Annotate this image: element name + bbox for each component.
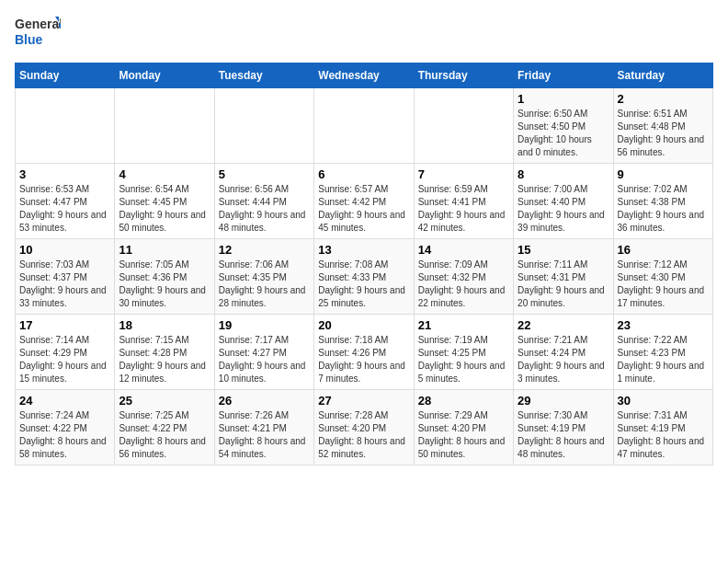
week-row-2: 3Sunrise: 6:53 AM Sunset: 4:47 PM Daylig…	[16, 164, 713, 239]
day-number: 19	[219, 318, 310, 332]
calendar-cell: 14Sunrise: 7:09 AM Sunset: 4:32 PM Dayli…	[414, 239, 513, 315]
day-info: Sunrise: 7:24 AM Sunset: 4:22 PM Dayligh…	[19, 409, 110, 461]
calendar-cell: 17Sunrise: 7:14 AM Sunset: 4:29 PM Dayli…	[16, 315, 115, 390]
day-number: 24	[19, 394, 110, 408]
day-number: 21	[418, 318, 509, 332]
day-info: Sunrise: 7:02 AM Sunset: 4:38 PM Dayligh…	[618, 183, 709, 235]
weekday-header-sunday: Sunday	[16, 63, 115, 88]
day-info: Sunrise: 7:06 AM Sunset: 4:35 PM Dayligh…	[219, 259, 310, 310]
calendar-cell	[314, 88, 414, 164]
weekday-header-thursday: Thursday	[414, 63, 513, 88]
day-number: 13	[318, 243, 409, 257]
day-info: Sunrise: 6:54 AM Sunset: 4:45 PM Dayligh…	[119, 183, 210, 235]
day-info: Sunrise: 7:21 AM Sunset: 4:24 PM Dayligh…	[518, 334, 609, 385]
day-number: 8	[518, 167, 609, 181]
day-info: Sunrise: 7:00 AM Sunset: 4:40 PM Dayligh…	[518, 183, 609, 235]
day-info: Sunrise: 6:56 AM Sunset: 4:44 PM Dayligh…	[219, 183, 310, 235]
calendar-cell	[214, 88, 313, 164]
day-info: Sunrise: 7:08 AM Sunset: 4:33 PM Dayligh…	[318, 259, 409, 310]
calendar-table: SundayMondayTuesdayWednesdayThursdayFrid…	[15, 63, 713, 465]
day-info: Sunrise: 7:22 AM Sunset: 4:23 PM Dayligh…	[618, 334, 709, 385]
day-number: 25	[119, 394, 210, 408]
week-row-5: 24Sunrise: 7:24 AM Sunset: 4:22 PM Dayli…	[16, 390, 713, 465]
header: General Blue	[15, 15, 713, 52]
day-number: 29	[518, 394, 609, 408]
weekday-header-row: SundayMondayTuesdayWednesdayThursdayFrid…	[16, 63, 713, 88]
calendar-cell: 11Sunrise: 7:05 AM Sunset: 4:36 PM Dayli…	[115, 239, 214, 315]
calendar-cell: 28Sunrise: 7:29 AM Sunset: 4:20 PM Dayli…	[414, 390, 513, 465]
weekday-header-saturday: Saturday	[613, 63, 712, 88]
weekday-header-wednesday: Wednesday	[314, 63, 414, 88]
calendar-cell: 18Sunrise: 7:15 AM Sunset: 4:28 PM Dayli…	[115, 315, 214, 390]
day-number: 12	[219, 243, 310, 257]
day-number: 16	[618, 243, 709, 257]
day-info: Sunrise: 7:25 AM Sunset: 4:22 PM Dayligh…	[119, 409, 210, 461]
calendar-cell: 19Sunrise: 7:17 AM Sunset: 4:27 PM Dayli…	[214, 315, 313, 390]
day-number: 4	[119, 167, 210, 181]
weekday-header-tuesday: Tuesday	[214, 63, 313, 88]
day-number: 2	[618, 92, 709, 106]
calendar-cell: 15Sunrise: 7:11 AM Sunset: 4:31 PM Dayli…	[514, 239, 613, 315]
calendar-cell: 16Sunrise: 7:12 AM Sunset: 4:30 PM Dayli…	[613, 239, 712, 315]
calendar-cell: 24Sunrise: 7:24 AM Sunset: 4:22 PM Dayli…	[16, 390, 115, 465]
calendar-cell: 20Sunrise: 7:18 AM Sunset: 4:26 PM Dayli…	[314, 315, 414, 390]
day-number: 20	[318, 318, 409, 332]
logo-icon: General Blue	[15, 15, 61, 52]
day-number: 30	[618, 394, 709, 408]
day-info: Sunrise: 7:19 AM Sunset: 4:25 PM Dayligh…	[418, 334, 509, 385]
calendar-cell	[414, 88, 513, 164]
day-info: Sunrise: 7:14 AM Sunset: 4:29 PM Dayligh…	[19, 334, 110, 385]
day-info: Sunrise: 7:30 AM Sunset: 4:19 PM Dayligh…	[518, 409, 609, 461]
day-info: Sunrise: 7:03 AM Sunset: 4:37 PM Dayligh…	[19, 259, 110, 310]
logo: General Blue	[15, 15, 61, 52]
calendar-cell: 1Sunrise: 6:50 AM Sunset: 4:50 PM Daylig…	[514, 88, 613, 164]
calendar-cell: 22Sunrise: 7:21 AM Sunset: 4:24 PM Dayli…	[514, 315, 613, 390]
calendar-cell: 7Sunrise: 6:59 AM Sunset: 4:41 PM Daylig…	[414, 164, 513, 239]
week-row-1: 1Sunrise: 6:50 AM Sunset: 4:50 PM Daylig…	[16, 88, 713, 164]
day-number: 26	[219, 394, 310, 408]
day-number: 23	[618, 318, 709, 332]
calendar-cell: 13Sunrise: 7:08 AM Sunset: 4:33 PM Dayli…	[314, 239, 414, 315]
svg-text:Blue: Blue	[15, 32, 43, 47]
calendar-cell: 23Sunrise: 7:22 AM Sunset: 4:23 PM Dayli…	[613, 315, 712, 390]
day-info: Sunrise: 7:05 AM Sunset: 4:36 PM Dayligh…	[119, 259, 210, 310]
day-number: 6	[318, 167, 409, 181]
day-info: Sunrise: 6:53 AM Sunset: 4:47 PM Dayligh…	[19, 183, 110, 235]
day-number: 7	[418, 167, 509, 181]
calendar-cell: 12Sunrise: 7:06 AM Sunset: 4:35 PM Dayli…	[214, 239, 313, 315]
calendar-cell: 25Sunrise: 7:25 AM Sunset: 4:22 PM Dayli…	[115, 390, 214, 465]
calendar-cell	[115, 88, 214, 164]
calendar-cell: 21Sunrise: 7:19 AM Sunset: 4:25 PM Dayli…	[414, 315, 513, 390]
calendar-cell: 5Sunrise: 6:56 AM Sunset: 4:44 PM Daylig…	[214, 164, 313, 239]
day-number: 11	[119, 243, 210, 257]
day-info: Sunrise: 6:59 AM Sunset: 4:41 PM Dayligh…	[418, 183, 509, 235]
day-number: 17	[19, 318, 110, 332]
week-row-4: 17Sunrise: 7:14 AM Sunset: 4:29 PM Dayli…	[16, 315, 713, 390]
calendar-cell	[16, 88, 115, 164]
day-number: 15	[518, 243, 609, 257]
day-number: 5	[219, 167, 310, 181]
day-info: Sunrise: 7:09 AM Sunset: 4:32 PM Dayligh…	[418, 259, 509, 310]
calendar-cell: 4Sunrise: 6:54 AM Sunset: 4:45 PM Daylig…	[115, 164, 214, 239]
day-info: Sunrise: 7:26 AM Sunset: 4:21 PM Dayligh…	[219, 409, 310, 461]
svg-text:General: General	[15, 17, 61, 31]
calendar-cell: 29Sunrise: 7:30 AM Sunset: 4:19 PM Dayli…	[514, 390, 613, 465]
day-info: Sunrise: 7:31 AM Sunset: 4:19 PM Dayligh…	[618, 409, 709, 461]
day-number: 1	[518, 92, 609, 106]
calendar-cell: 6Sunrise: 6:57 AM Sunset: 4:42 PM Daylig…	[314, 164, 414, 239]
day-info: Sunrise: 6:50 AM Sunset: 4:50 PM Dayligh…	[518, 108, 609, 159]
day-number: 18	[119, 318, 210, 332]
weekday-header-friday: Friday	[514, 63, 613, 88]
day-info: Sunrise: 6:51 AM Sunset: 4:48 PM Dayligh…	[618, 108, 709, 159]
calendar-cell: 9Sunrise: 7:02 AM Sunset: 4:38 PM Daylig…	[613, 164, 712, 239]
calendar-cell: 27Sunrise: 7:28 AM Sunset: 4:20 PM Dayli…	[314, 390, 414, 465]
day-info: Sunrise: 7:28 AM Sunset: 4:20 PM Dayligh…	[318, 409, 409, 461]
day-info: Sunrise: 7:15 AM Sunset: 4:28 PM Dayligh…	[119, 334, 210, 385]
day-info: Sunrise: 6:57 AM Sunset: 4:42 PM Dayligh…	[318, 183, 409, 235]
calendar-cell: 26Sunrise: 7:26 AM Sunset: 4:21 PM Dayli…	[214, 390, 313, 465]
day-number: 3	[19, 167, 110, 181]
day-info: Sunrise: 7:18 AM Sunset: 4:26 PM Dayligh…	[318, 334, 409, 385]
week-row-3: 10Sunrise: 7:03 AM Sunset: 4:37 PM Dayli…	[16, 239, 713, 315]
day-info: Sunrise: 7:17 AM Sunset: 4:27 PM Dayligh…	[219, 334, 310, 385]
calendar-cell: 30Sunrise: 7:31 AM Sunset: 4:19 PM Dayli…	[613, 390, 712, 465]
